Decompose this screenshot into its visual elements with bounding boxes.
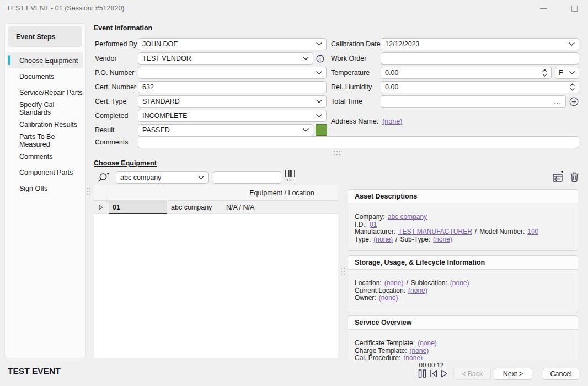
sidebar-item-sign-offs[interactable]: Sign Offs (7, 180, 83, 196)
work-order-input[interactable] (381, 52, 579, 65)
vendor-info-icon[interactable] (316, 54, 325, 63)
total-time-more-icon[interactable]: ... (554, 98, 562, 105)
location-link[interactable]: (none) (384, 279, 404, 287)
subtype-link[interactable]: (none) (433, 235, 452, 243)
service-overview-header: Service Overview (348, 316, 578, 330)
window-title: TEST EVENT - 01 (Session: #512820) (7, 4, 125, 12)
company-link[interactable]: abc company (388, 213, 427, 221)
barcode-icon[interactable]: 123 (284, 170, 296, 183)
equipment-table: Equipment / Location 01 abc company N/A … (94, 185, 338, 358)
storage-info-header: Storage, Usage, & Lifecycle Information (348, 256, 578, 270)
temperature-value: 0.00 (385, 69, 542, 77)
rel-humidity-spinbox[interactable]: 0.00 (381, 81, 579, 93)
id-link[interactable]: 01 (370, 221, 377, 228)
calibration-date-label: Calibration Date (331, 38, 381, 50)
equipment-id: 01 (113, 203, 120, 211)
temperature-unit-combobox[interactable]: F (555, 67, 579, 79)
certificate-template-link[interactable]: (none) (418, 339, 437, 347)
maximize-button[interactable] (565, 2, 584, 15)
cancel-button[interactable]: Cancel (543, 368, 579, 380)
spinner-updown-icon[interactable] (542, 69, 547, 77)
performed-by-label: Performed By (95, 38, 137, 50)
type-link[interactable]: (none) (373, 235, 393, 243)
sidebar-item-specify-cal-standards[interactable]: Specify Cal Standards (7, 100, 83, 116)
delete-icon[interactable] (569, 171, 580, 183)
pause-icon[interactable] (418, 369, 426, 378)
barcode-digits: 123 (286, 178, 294, 183)
performed-by-combobox[interactable]: JOHN DOE (138, 38, 327, 50)
back-button[interactable]: < Back (453, 368, 491, 380)
sidebar-item-label: Choose Equipment (19, 57, 78, 65)
equipment-location-column-header[interactable]: Equipment / Location (226, 185, 338, 201)
result-value: PASSED (142, 126, 303, 134)
sidebar-item-label: Service/Repair Parts (19, 89, 83, 96)
minimize-button[interactable] (534, 2, 553, 15)
next-button-label: Next > (503, 370, 523, 378)
play-icon[interactable] (441, 369, 448, 378)
storage-info-title: Storage, Usage, & Lifecycle Information (355, 259, 485, 266)
sidebar-item-label: Documents (19, 73, 54, 81)
cert-type-combobox[interactable]: STANDARD (138, 95, 327, 108)
chevron-down-icon (316, 71, 322, 74)
address-name-link[interactable]: (none) (382, 117, 402, 125)
sidebar-item-service-repair-parts[interactable]: Service/Repair Parts (7, 84, 83, 100)
total-time-input[interactable]: ... (381, 95, 566, 108)
sublocation-link[interactable]: (none) (450, 279, 469, 287)
section-splitter-grip[interactable] (334, 151, 340, 155)
row-expander[interactable] (94, 201, 108, 214)
skip-to-start-icon[interactable] (430, 369, 437, 378)
temperature-spinbox[interactable]: 0.00 (381, 67, 552, 79)
equipment-search-input[interactable] (213, 171, 281, 184)
cert-type-value: STANDARD (142, 98, 316, 105)
charge-template-line: Charge Template:(none) (355, 347, 571, 355)
next-button[interactable]: Next > (494, 368, 532, 380)
service-overview-card: Service Overview Certificate Template:(n… (348, 315, 578, 364)
spinner-updown-icon[interactable] (570, 83, 575, 91)
sidebar-item-component-parts[interactable]: Component Parts (7, 164, 83, 180)
equipment-row[interactable]: 01 abc company N/A / N/A (94, 201, 338, 214)
sidebar-item-label: Parts To Be Measured (19, 133, 83, 148)
model-number-link[interactable]: 100 (527, 228, 538, 235)
po-number-label: P.O. Number (95, 67, 134, 79)
equipment-company-cell[interactable]: abc company (168, 201, 223, 214)
calibration-date-combobox[interactable]: 12/12/2023 (381, 38, 579, 50)
dropdown-triangle-icon (106, 173, 110, 175)
event-steps-sidebar: Event Steps Choose Equipment Documents S… (4, 23, 86, 358)
po-number-combobox[interactable] (138, 67, 327, 79)
splitter-grip[interactable] (87, 188, 90, 195)
sidebar-item-comments[interactable]: Comments (7, 148, 83, 164)
completed-label: Completed (95, 110, 128, 122)
cert-number-input[interactable]: 632 (138, 81, 327, 93)
separator: / (395, 235, 397, 243)
timer-controls (418, 369, 448, 378)
equipment-table-header[interactable]: Equipment / Location (94, 185, 338, 201)
panel-splitter-grip[interactable] (341, 268, 345, 275)
equipment-id-cell[interactable]: 01 (109, 201, 167, 214)
completed-combobox[interactable]: INCOMPLETE (138, 110, 327, 122)
chevron-down-icon (303, 57, 309, 60)
company-filter-combobox[interactable]: abc company (116, 171, 209, 184)
certificate-template-line: Certificate Template:(none) (355, 340, 571, 347)
equipment-location-cell[interactable]: N/A / N/A (223, 201, 338, 214)
sidebar-item-parts-to-be-measured[interactable]: Parts To Be Measured (7, 132, 83, 148)
sidebar-item-documents[interactable]: Documents (7, 68, 83, 84)
add-time-icon[interactable] (569, 96, 579, 106)
manufacturer-link[interactable]: TEST MANUFACTURER (398, 228, 472, 235)
comments-input[interactable] (138, 136, 579, 148)
type-label: Type: (355, 235, 371, 243)
sidebar-item-calibration-results[interactable]: Calibration Results (7, 116, 83, 132)
search-icon[interactable] (97, 171, 111, 184)
expander-column-header (94, 185, 108, 200)
rel-humidity-value: 0.00 (385, 83, 570, 91)
sidebar-item-choose-equipment[interactable]: Choose Equipment (7, 52, 83, 68)
event-steps-header-label: Event Steps (16, 33, 56, 41)
charge-template-link[interactable]: (none) (410, 347, 429, 355)
grid-import-icon[interactable] (550, 170, 565, 184)
vendor-combobox[interactable]: TEST VENDOR (138, 52, 313, 65)
chevron-down-icon (303, 128, 309, 132)
owner-link[interactable]: (none) (379, 294, 398, 302)
type-line: Type:(none)/Sub-Type:(none) (355, 236, 571, 244)
company-filter-value: abc company (120, 174, 198, 181)
current-location-link[interactable]: (none) (408, 287, 427, 294)
result-combobox[interactable]: PASSED (138, 124, 313, 136)
